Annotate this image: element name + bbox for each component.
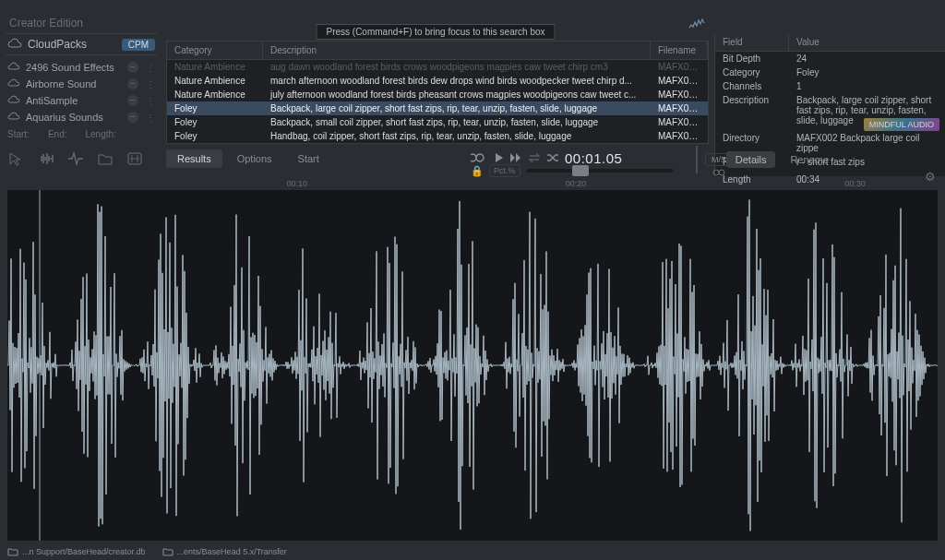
cloud-icon [7, 38, 22, 51]
col-description[interactable]: Description [263, 42, 651, 59]
equalizer-icon[interactable] [688, 17, 705, 30]
footer-path-2[interactable]: ...ents/BaseHead 5.x/Transfer [162, 547, 287, 556]
table-row[interactable]: FoleyHandbag, coil zipper, short fast zi… [167, 129, 708, 143]
sidebar-item-label: AntiSample [26, 95, 122, 106]
sidebar: CloudPacks CPM 2496 Sound Effects−⋮Airbo… [0, 33, 162, 176]
meta-row: Bit Depth24 [715, 52, 945, 66]
cloud-icon [7, 62, 20, 73]
col-category[interactable]: Category [167, 42, 263, 59]
start-label: Start: [7, 129, 30, 139]
dots-icon[interactable]: ⋮ [146, 96, 155, 106]
meta-row: CategoryFoley [715, 66, 945, 79]
cpm-badge[interactable]: CPM [122, 39, 155, 51]
meta-col-value: Value [789, 33, 827, 51]
cloudpacks-header[interactable]: CloudPacks CPM [6, 33, 157, 55]
minus-icon[interactable]: − [127, 112, 138, 123]
meta-row: Channels1 [715, 79, 945, 93]
meta-col-field: Field [715, 33, 789, 51]
sidebar-item-label: Aquarius Sounds [26, 112, 122, 123]
tab-start[interactable]: Start [287, 149, 330, 168]
sidebar-item[interactable]: AntiSample−⋮ [6, 92, 157, 109]
lock-icon[interactable]: 🔒 [471, 165, 484, 177]
cloud-icon [7, 112, 20, 123]
results-table: Category Description Filename Nature Amb… [166, 41, 709, 144]
sidebar-item[interactable]: Aquarius Sounds−⋮ [6, 109, 157, 125]
svg-point-2 [719, 170, 724, 175]
app-title: Creator Edition [9, 17, 83, 30]
tab-results[interactable]: Results [166, 149, 222, 168]
pulse-tool-icon[interactable] [66, 150, 85, 167]
length-label: Length: [85, 129, 115, 139]
search-hint: Press (Command+F) to bring focus to this… [316, 24, 555, 40]
channel-icon [712, 168, 725, 177]
minus-icon[interactable]: − [127, 62, 138, 73]
sidebar-item-label: 2496 Sound Effects [26, 62, 122, 73]
timeline-ruler: 00:10 00:20 00:30 [7, 179, 938, 190]
minus-icon[interactable]: − [127, 78, 138, 89]
loop-icon[interactable] [471, 152, 489, 163]
svg-point-1 [713, 170, 719, 175]
folder-tool-icon[interactable] [96, 150, 114, 167]
level-meter [696, 146, 698, 173]
sidebar-item[interactable]: Airborne Sound−⋮ [6, 76, 157, 92]
pct-label: Pct.% [489, 164, 520, 177]
waveform-tool-icon[interactable] [37, 150, 55, 167]
dots-icon[interactable]: ⋮ [146, 63, 155, 73]
play-icon[interactable] [495, 152, 504, 163]
dots-icon[interactable]: ⋮ [146, 79, 155, 89]
sidebar-item-label: Airborne Sound [26, 78, 122, 89]
timecode: 00:01.05 [565, 150, 622, 166]
pitch-slider[interactable] [526, 169, 674, 173]
repeat-icon[interactable] [528, 152, 541, 163]
grid-tool-icon[interactable] [126, 150, 144, 167]
minus-icon[interactable]: − [127, 95, 138, 106]
ffwd-icon[interactable] [509, 152, 522, 163]
table-row[interactable]: Nature Ambiencemarch afternoon woodland … [167, 74, 708, 88]
footer-path-1[interactable]: ...n Support/BaseHead/creator.db [7, 547, 146, 556]
waveform-display[interactable] [7, 190, 938, 541]
col-filename[interactable]: Filename [651, 42, 708, 59]
cloudpacks-label: CloudPacks [28, 38, 116, 51]
details-button[interactable]: Details [726, 151, 776, 168]
sidebar-item[interactable]: 2496 Sound Effects−⋮ [6, 59, 157, 76]
table-row[interactable]: FoleyBackpack, small coil zipper, short … [167, 115, 708, 129]
h-scrollbar[interactable] [167, 143, 481, 144]
table-row[interactable]: Nature Ambiencejuly afternoon woodland f… [167, 88, 708, 101]
footer: ...n Support/BaseHead/creator.db ...ents… [7, 547, 287, 556]
table-row[interactable]: Nature Ambienceaug dawn woodland forest … [167, 60, 708, 74]
shuffle-icon[interactable] [546, 152, 559, 163]
rename-button[interactable]: Rename [784, 151, 834, 168]
end-label: End: [48, 129, 67, 139]
tab-options[interactable]: Options [226, 149, 283, 168]
cursor-tool-icon[interactable] [7, 150, 26, 167]
table-row[interactable]: FoleyBackpack, large coil zipper, short … [167, 101, 708, 115]
cloud-icon [7, 95, 20, 106]
cloud-icon [7, 78, 20, 89]
dots-icon[interactable]: ⋮ [146, 113, 155, 123]
watermark: MINDFUL AUDIO [864, 118, 939, 131]
